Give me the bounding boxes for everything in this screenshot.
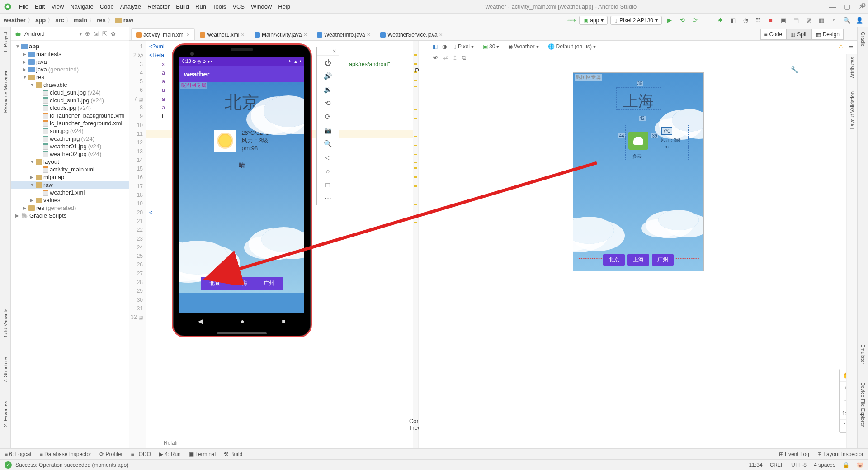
expand-arrow[interactable]: ▶ [23,67,27,72]
close-icon[interactable]: × [303,31,307,38]
bottom-tool-item[interactable]: ▣ Terminal [189,451,216,457]
eye-icon[interactable]: 👁 [433,54,439,61]
mode-split[interactable]: ▥Split [786,29,811,40]
menu-navigate[interactable]: Navigate [67,2,96,11]
avd-manager-icon[interactable]: ▤ [791,15,801,25]
arrow-up-icon[interactable]: ↥ [453,54,458,61]
theme-dropdown[interactable]: ◉Weather▾ [506,43,541,51]
tree-item[interactable]: weather.jpg (v24) [11,135,129,142]
bottom-tool-item[interactable]: ≡ TODO [131,451,151,457]
design-canvas[interactable]: 🔧 昵图网专属 上海 39 42 44 39 7°C [419,63,857,448]
tree-item[interactable]: ▶ res (generated) [11,204,129,212]
emu-home-icon[interactable]: ○ [317,164,339,178]
tree-item[interactable]: weather01.jpg (v24) [11,142,129,150]
expand-arrow[interactable]: ▼ [30,159,34,164]
breadcrumb-item[interactable]: main [74,17,87,24]
menu-edit[interactable]: Edit [32,2,47,11]
emu-rotate-right-icon[interactable]: ⟳ [317,110,339,123]
sdk-icon[interactable]: ▣ [778,15,788,25]
tool-resource-manager[interactable]: Resource Manager [3,71,8,113]
wrench-icon[interactable]: 🔧 [791,66,798,73]
run-configuration-select[interactable]: ▣ app ▾ [579,16,608,25]
menu-help[interactable]: Help [275,2,293,11]
expand-arrow[interactable]: ▼ [15,44,20,49]
project-tree[interactable]: ▼ app▶ manifests▶ java▶ java (generated)… [11,41,129,448]
nav-recent[interactable]: ■ [282,318,285,325]
nav-back[interactable]: ◀ [198,318,203,325]
close-icon[interactable]: × [367,31,371,38]
layout-inspector-icon[interactable]: ▫ [829,15,839,25]
apply-code-icon[interactable]: ⟳ [690,15,700,25]
emu-volume-down-icon[interactable]: 🔉 [317,83,339,96]
emu-zoom-icon[interactable]: 🔍 [317,137,339,151]
select-opened-icon[interactable]: ⊕ [85,30,90,37]
bottom-tool-item[interactable]: ⚒ Build [224,451,242,457]
device-dropdown[interactable]: ▯Pixel▾ [451,43,476,51]
emu-more-icon[interactable]: ⋯ [317,191,339,205]
close-icon[interactable]: × [241,31,245,38]
bottom-tool-item[interactable]: ⊞ Event Log [779,451,809,457]
tree-item[interactable]: ▶ manifests [11,50,129,58]
editor-tab[interactable]: WeatherInfo.java× [312,28,375,40]
emu-screenshot-icon[interactable]: 📷 [317,123,339,137]
gear-icon[interactable]: ⚙ [861,2,866,9]
api-dropdown[interactable]: ▣30▾ [481,43,501,51]
tree-item[interactable]: clouds.jpg (v24) [11,104,129,112]
device-select[interactable]: ▯ Pixel 2 API 30 ▾ [610,16,662,25]
bottom-tool-item[interactable]: ⊞ Layout Inspector [817,451,863,457]
menu-file[interactable]: File [16,2,31,11]
menu-run[interactable]: Run [193,2,209,11]
orientation-icon[interactable]: ◑ [442,43,447,50]
tree-item[interactable]: weather1.xml [11,189,129,196]
bottom-tool-item[interactable]: ≡ Database Inspector [40,451,91,457]
run-button[interactable]: ▶ [665,15,675,25]
emu-back-icon[interactable]: ◁ [317,151,339,164]
expand-arrow[interactable]: ▶ [15,213,20,218]
line-sep[interactable]: CRLF [770,462,784,468]
emu-close[interactable]: ✕ [332,48,336,54]
search-icon[interactable]: 🔍 [842,15,852,25]
nav-home[interactable]: ● [241,318,244,325]
layout-validation-tab[interactable]: Layout Validation [849,91,855,129]
warning-icon[interactable]: ⚠ [838,43,844,50]
emulator-screen[interactable]: 6:18 ✿ ◎ ⬙ ▾ • ᯤ ▲ ▮ weather 昵图网专属 北京 26… [179,57,304,313]
tree-item[interactable]: ▶ values [11,196,129,204]
editor-tab[interactable]: WeatherService.java× [375,28,448,40]
avd-icon[interactable]: ☷ [753,15,763,25]
apply-changes-icon[interactable]: ⟲ [677,15,687,25]
menu-analyze[interactable]: Analyze [118,2,144,11]
city-button[interactable]: 北京 [603,254,625,266]
lock-icon[interactable]: 🔒 [843,462,849,468]
minimize-button[interactable]: — [829,3,836,11]
sync-project-icon[interactable]: ▨ [804,15,814,25]
tool-device-file-explorer[interactable]: Device File Explorer [860,382,866,427]
breadcrumb-item[interactable]: res [97,17,106,24]
layout-preview[interactable]: 昵图网专属 上海 39 42 44 39 7°C 风力：3级 m 多云 ~~~~… [573,72,704,271]
tree-item[interactable]: ic_launcher_background.xml [11,112,129,119]
tool-structure[interactable]: 7: Structure [3,357,8,383]
emu-minimize[interactable]: — [324,49,329,54]
surface-icon[interactable]: ◧ [433,43,438,50]
tree-item[interactable]: ▼ app [11,43,129,50]
arrows-icon[interactable]: ⇄ [443,54,448,61]
menu-view[interactable]: View [48,2,66,11]
breadcrumb-item[interactable]: weather [4,17,26,24]
tool-project[interactable]: 1: Project [3,32,8,52]
project-view-label[interactable]: Android [24,30,76,37]
tree-item[interactable]: activity_main.xml [11,166,129,173]
menu-code[interactable]: Code [97,2,117,11]
expand-arrow[interactable]: ▶ [23,52,27,57]
editor-tab[interactable]: activity_main.xml× [131,28,195,40]
expand-arrow[interactable]: ▶ [23,205,27,210]
tool-emulator[interactable]: Emulator [860,344,866,364]
emu-overview-icon[interactable]: □ [317,178,339,191]
breadcrumb-item[interactable]: app [35,17,46,24]
view-options-icon[interactable]: ⚌ [849,43,854,50]
expand-arrow[interactable]: ▼ [23,75,27,80]
editor-tab[interactable]: MainActivity.java× [250,28,312,40]
expand-arrow[interactable]: ▶ [30,175,34,180]
emu-rotate-left-icon[interactable]: ⟲ [317,96,339,110]
emu-power-icon[interactable]: ⏻ [317,56,339,69]
sync-icon[interactable]: ⟿ [566,15,576,25]
tree-item[interactable]: ▼ drawable [11,81,129,89]
